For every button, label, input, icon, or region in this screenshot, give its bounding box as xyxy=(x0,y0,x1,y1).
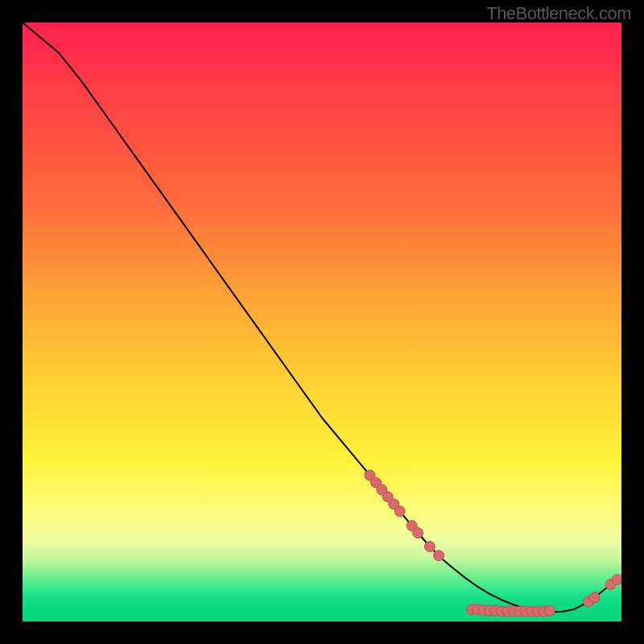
curve-marker xyxy=(434,551,444,561)
chart-plot-area xyxy=(23,23,621,621)
watermark-text: TheBottleneck.com xyxy=(486,3,631,24)
curve-marker xyxy=(612,574,621,584)
curve-marker xyxy=(424,542,435,552)
bottleneck-curve xyxy=(23,23,618,612)
chart-svg xyxy=(23,23,621,621)
curve-marker xyxy=(544,605,555,616)
curve-markers xyxy=(365,470,621,617)
curve-marker xyxy=(394,506,405,517)
curve-marker xyxy=(589,592,600,603)
curve-marker xyxy=(413,527,423,538)
